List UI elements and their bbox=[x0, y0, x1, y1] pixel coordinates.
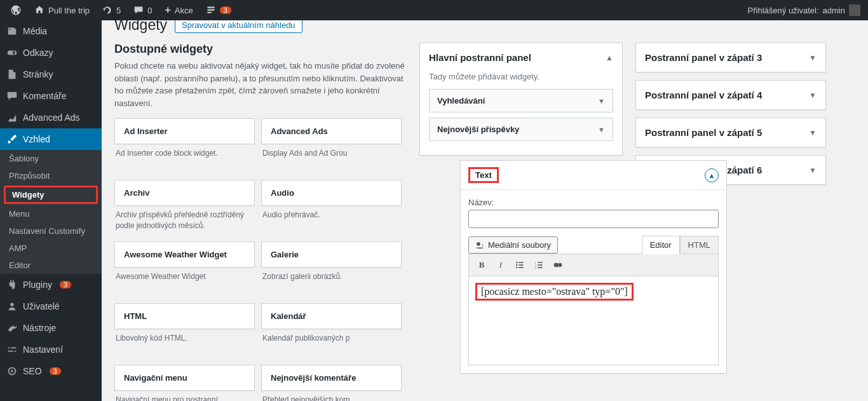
available-widget[interactable]: Awesome Weather Widget bbox=[114, 241, 255, 268]
expand-icon: ▼ bbox=[809, 128, 817, 137]
username: admin bbox=[823, 6, 845, 15]
manage-live-button[interactable]: Spravovat v aktuálním náhledu bbox=[175, 20, 302, 33]
available-widgets-grid: Ad InserterAd Inserter code block widget… bbox=[114, 118, 407, 401]
submenu-menus[interactable]: Menu bbox=[0, 205, 102, 222]
available-widget-desc: Audio přehrávač. bbox=[261, 206, 402, 235]
site-name: Pull the trip bbox=[48, 6, 90, 15]
text-widget-editor: Text ▲ Název: Mediální soubory Editor HT… bbox=[460, 160, 727, 374]
sf-badge: 3 bbox=[220, 6, 231, 14]
admin-bar: Pull the trip 5 0 + Akce 3 Přihlášený už… bbox=[0, 0, 868, 20]
area-main-title: Hlavní postranní panel bbox=[429, 52, 531, 63]
available-widget[interactable]: Ad Inserter bbox=[114, 118, 255, 144]
menu-tools-label: Nástroje bbox=[23, 323, 56, 333]
menu-media-label: Média bbox=[23, 26, 47, 36]
submenu-customify[interactable]: Nastavení Customify bbox=[0, 222, 102, 240]
expand-icon: ▼ bbox=[809, 166, 817, 175]
submenu-themes[interactable]: Šablony bbox=[0, 150, 102, 167]
available-widget[interactable]: Navigační menu bbox=[114, 365, 255, 391]
menu-appearance[interactable]: Vzhled bbox=[0, 128, 102, 150]
submenu-customize[interactable]: Přizpůsobit bbox=[0, 167, 102, 184]
available-widget[interactable]: Archiv bbox=[114, 180, 255, 206]
tab-visual[interactable]: Editor bbox=[642, 236, 680, 254]
seo-count: 3 bbox=[50, 367, 61, 375]
available-widget[interactable]: Galerie bbox=[261, 241, 402, 268]
submenu-editor[interactable]: Editor bbox=[0, 257, 102, 274]
available-widget[interactable]: HTML bbox=[114, 303, 255, 329]
collapse-button[interactable]: ▲ bbox=[705, 168, 719, 182]
users-icon bbox=[6, 301, 18, 312]
menu-media[interactable]: Média bbox=[0, 20, 102, 42]
bold-button[interactable]: B bbox=[473, 256, 491, 274]
comments-bubble[interactable]: 0 bbox=[128, 0, 157, 20]
footer-area-title: Postranní panel v zápatí 3 bbox=[645, 52, 762, 63]
ul-button[interactable] bbox=[511, 256, 529, 274]
footer-area-head[interactable]: Postranní panel v zápatí 5▼ bbox=[636, 118, 825, 147]
tools-icon bbox=[6, 322, 18, 334]
menu-pages[interactable]: Stránky bbox=[0, 64, 102, 85]
menu-seo[interactable]: SEO3 bbox=[0, 360, 102, 382]
svg-point-4 bbox=[516, 264, 517, 266]
tab-html[interactable]: HTML bbox=[680, 236, 719, 254]
new-content[interactable]: + Akce bbox=[160, 0, 198, 20]
footer-area-head[interactable]: Postranní panel v zápatí 3▼ bbox=[636, 43, 825, 72]
expand-icon: ▼ bbox=[809, 53, 817, 62]
expand-icon: ▼ bbox=[598, 126, 605, 133]
brush-icon bbox=[6, 133, 18, 145]
submenu-amp[interactable]: AMP bbox=[0, 240, 102, 257]
menu-advanced-ads[interactable]: Advanced Ads bbox=[0, 107, 102, 128]
area-main-head[interactable]: Hlavní postranní panel ▲ bbox=[420, 43, 622, 72]
available-widget[interactable]: Kalendář bbox=[261, 303, 402, 329]
footer-area: Postranní panel v zápatí 4▼ bbox=[635, 80, 826, 110]
menu-comments[interactable]: Komentáře bbox=[0, 85, 102, 107]
menu-tools[interactable]: Nástroje bbox=[0, 317, 102, 339]
wp-logo[interactable] bbox=[5, 0, 27, 20]
available-widget-desc: Přehled nejnovějších kom bbox=[261, 391, 402, 401]
menu-advanced-ads-label: Advanced Ads bbox=[23, 112, 80, 123]
footer-area-title: Postranní panel v zápatí 4 bbox=[645, 90, 762, 100]
placed-widget-label: Nejnovější příspěvky bbox=[437, 125, 519, 134]
available-widgets-desc: Pokud chcete na webu aktivovat nějaký wi… bbox=[114, 60, 407, 109]
available-widget[interactable]: Advanced Ads bbox=[261, 118, 402, 144]
ol-button[interactable]: 123 bbox=[530, 256, 548, 274]
editor-content-area[interactable]: [pocasicz mesto="ostrava" typ="0"] bbox=[468, 276, 719, 365]
svg-rect-13 bbox=[538, 267, 542, 268]
available-widget[interactable]: Audio bbox=[261, 180, 402, 206]
updates[interactable]: 5 bbox=[97, 0, 126, 20]
smart-forms[interactable]: 3 bbox=[201, 0, 236, 20]
chart-icon bbox=[6, 112, 18, 123]
submenu-widgets[interactable]: Widgety bbox=[4, 186, 98, 204]
updates-count: 5 bbox=[116, 6, 121, 15]
svg-point-2 bbox=[516, 262, 517, 263]
menu-links[interactable]: Odkazy bbox=[0, 42, 102, 64]
footer-area-head[interactable]: Postranní panel v zápatí 4▼ bbox=[636, 81, 825, 109]
add-media-button[interactable]: Mediální soubory bbox=[468, 236, 558, 254]
widget-editor-title: Text bbox=[468, 167, 499, 183]
menu-settings-label: Nastavení bbox=[23, 344, 63, 355]
editor-toolbar: B I 123 bbox=[468, 254, 719, 276]
available-widget[interactable]: Nejnovější komentáře bbox=[261, 365, 402, 391]
menu-pages-label: Stránky bbox=[23, 69, 53, 79]
menu-appearance-label: Vzhled bbox=[23, 134, 50, 144]
user-account[interactable]: Přihlášený uživatel: admin bbox=[748, 4, 863, 16]
available-widget-desc: Libovolný kód HTML. bbox=[114, 329, 255, 358]
link-button[interactable] bbox=[549, 256, 567, 274]
menu-settings[interactable]: Nastavení bbox=[0, 339, 102, 360]
available-widget-desc: Kalendář publikovaných p bbox=[261, 329, 402, 358]
menu-plugins-label: Pluginy bbox=[23, 280, 52, 290]
placed-widget-label: Vyhledávání bbox=[437, 96, 485, 105]
italic-button[interactable]: I bbox=[492, 256, 510, 274]
placed-widget[interactable]: Vyhledávání▼ bbox=[429, 89, 613, 112]
page-title: Widgety bbox=[114, 20, 167, 34]
available-widget-desc: Ad Inserter code block widget. bbox=[114, 144, 255, 173]
menu-users-label: Uživatelé bbox=[23, 301, 60, 311]
comments-icon bbox=[6, 90, 18, 102]
site-home[interactable]: Pull the trip bbox=[29, 0, 95, 20]
widget-name-input[interactable] bbox=[468, 210, 719, 228]
placed-widget[interactable]: Nejnovější příspěvky▼ bbox=[429, 118, 613, 141]
menu-plugins[interactable]: Pluginy3 bbox=[0, 274, 102, 296]
available-widget-desc: Display Ads and Ad Grou bbox=[261, 144, 402, 173]
svg-rect-11 bbox=[538, 264, 542, 266]
available-widgets-title: Dostupné widgety bbox=[114, 43, 407, 56]
plugin-icon bbox=[6, 279, 18, 290]
menu-users[interactable]: Uživatelé bbox=[0, 296, 102, 317]
